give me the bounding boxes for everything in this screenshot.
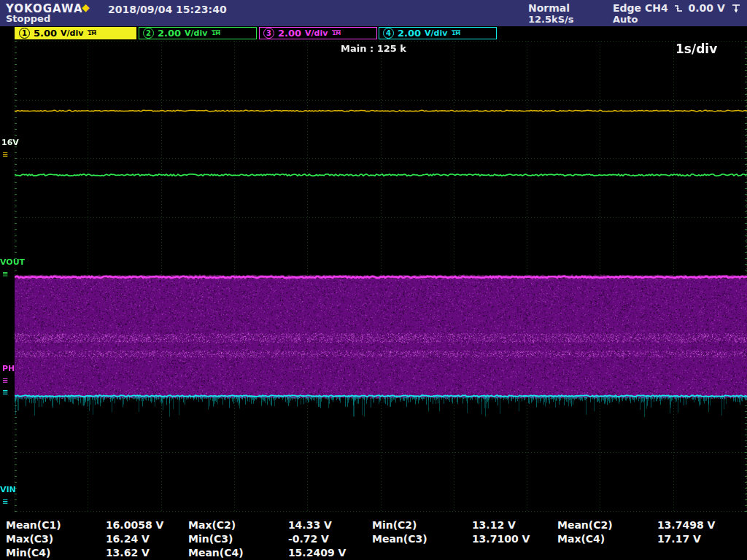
measurement-label: Min(C2) — [372, 519, 468, 531]
measurement-label: Mean(C2) — [557, 519, 654, 531]
channel4-unit: V/div — [425, 28, 447, 38]
channel2-dc-coupling-icon: 1M — [212, 30, 220, 36]
channel3-scale: 2.00 — [278, 28, 301, 39]
measurement-label: Mean(C1) — [6, 519, 102, 531]
channel4-indicator[interactable]: 4 2.00 V/div 1M — [379, 27, 497, 39]
waveform-canvas — [15, 41, 747, 512]
channel1-scale: 5.00 — [34, 28, 57, 39]
trigger-mode: Auto — [613, 14, 638, 25]
falling-edge-icon — [674, 4, 683, 13]
measurement-label: Min(C3) — [188, 533, 285, 545]
trace-label-vout: VOUT — [0, 257, 25, 267]
ch3-ground-marker-icon: ≡ — [2, 377, 8, 384]
measurement-label: Mean(C3) — [372, 533, 468, 545]
main-record-length: Main : 125 k — [0, 43, 747, 54]
trace-label-16v: 16V — [1, 138, 19, 147]
trigger-type-source: Edge CH4 — [613, 2, 668, 14]
measurement-value: 16.24 V — [106, 533, 150, 545]
measurement-row: Max(C3) 16.24 V Min(C3) -0.72 V Mean(C3)… — [0, 533, 747, 547]
measurement-value: 13.7100 V — [472, 533, 530, 545]
channel4-scale: 2.00 — [398, 28, 421, 39]
measurement-value: 13.62 V — [106, 547, 150, 559]
trigger-level: 0.00 V — [688, 2, 724, 14]
measurement-label: Mean(C4) — [188, 547, 285, 559]
oscilloscope-screen: YOKOGAWA ◆ Stopped 2018/09/04 15:23:40 N… — [0, 0, 747, 560]
acquisition-mode: Normal — [528, 2, 570, 14]
measurement-label: Max(C3) — [6, 533, 102, 545]
ch4-ground-marker-icon: ≡ — [2, 498, 8, 505]
measurement-value: 17.17 V — [657, 533, 701, 545]
channel-bar: 1 5.00 V/div 1M 2 2.00 V/div 1M 3 2.00 V… — [0, 26, 747, 41]
measurement: Min(C2) 13.12 V — [372, 519, 516, 531]
measurement-value: 13.12 V — [472, 519, 516, 531]
trigger-position-icon — [731, 4, 741, 15]
channel1-number-badge: 1 — [19, 28, 30, 39]
ch2-ground-marker-icon: ≡ — [2, 271, 8, 278]
measurement-row: Mean(C1) 16.0058 V Max(C2) 14.33 V Min(C… — [0, 519, 747, 533]
measurement: Min(C4) 13.62 V — [6, 547, 150, 559]
channel1-dc-coupling-icon: 1M — [88, 30, 96, 36]
ch4-position-marker-icon: ≡ — [2, 389, 8, 396]
channel3-indicator[interactable]: 3 2.00 V/div 1M — [259, 27, 377, 39]
measurement: Mean(C2) 13.7498 V — [557, 519, 715, 531]
channel2-indicator[interactable]: 2 2.00 V/div 1M — [139, 27, 257, 39]
measurement: Min(C3) -0.72 V — [188, 533, 329, 545]
channel2-unit: V/div — [185, 28, 207, 38]
measurement-value: 16.0058 V — [106, 519, 163, 531]
measurement: Mean(C4) 15.2409 V — [188, 547, 346, 559]
trace-label-vin: VIN — [0, 485, 16, 494]
channel3-number-badge: 3 — [263, 28, 274, 39]
measurement-value: 15.2409 V — [288, 547, 346, 559]
measurement: Max(C4) 17.17 V — [557, 533, 701, 545]
measurement: Mean(C1) 16.0058 V — [6, 519, 163, 531]
sample-rate: 12.5kS/s — [528, 14, 574, 25]
channel3-unit: V/div — [305, 28, 328, 38]
brand-diamond-icon: ◆ — [82, 1, 90, 13]
channel2-scale: 2.00 — [158, 28, 181, 39]
time-per-div: 1s/div — [676, 42, 717, 56]
channel4-number-badge: 4 — [383, 28, 394, 39]
measurement-panel: Mean(C1) 16.0058 V Max(C2) 14.33 V Min(C… — [0, 515, 747, 560]
measurement-row: Min(C4) 13.62 V Mean(C4) 15.2409 V — [0, 547, 747, 560]
measurement: Max(C2) 14.33 V — [188, 519, 332, 531]
measurement-label: Max(C2) — [188, 519, 285, 531]
measurement-value: -0.72 V — [288, 533, 329, 545]
measurement: Max(C3) 16.24 V — [6, 533, 150, 545]
measurement-label: Min(C4) — [6, 547, 102, 559]
measurement: Mean(C3) 13.7100 V — [372, 533, 530, 545]
trace-label-ph: PH — [2, 364, 15, 373]
header-bar: YOKOGAWA ◆ Stopped 2018/09/04 15:23:40 N… — [0, 0, 747, 26]
ch1-ground-marker-icon: ≡ — [2, 151, 8, 158]
channel1-indicator[interactable]: 1 5.00 V/div 1M — [15, 27, 136, 39]
acquisition-status: Stopped — [6, 13, 50, 24]
channel2-number-badge: 2 — [143, 28, 154, 39]
measurement-label: Max(C4) — [557, 533, 654, 545]
channel1-unit: V/div — [61, 28, 83, 38]
channel3-dc-coupling-icon: 1M — [332, 30, 341, 36]
measurement-value: 13.7498 V — [657, 519, 715, 531]
measurement-value: 14.33 V — [288, 519, 332, 531]
trigger-settings: Edge CH4 0.00 V — [613, 2, 725, 14]
channel4-dc-coupling-icon: 1M — [452, 30, 460, 36]
datetime: 2018/09/04 15:23:40 — [108, 4, 227, 15]
